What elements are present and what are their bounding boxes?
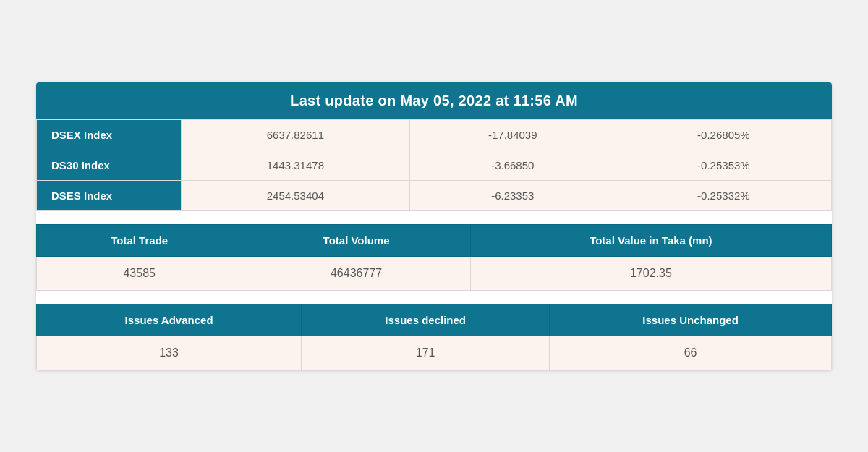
index-row: DSEX Index 6637.82611 -17.84039 -0.26805… — [37, 119, 832, 150]
issues-col2-value: 171 — [302, 336, 550, 370]
index-value-2: 2454.53404 — [182, 180, 410, 210]
issues-table: Issues Advanced Issues declined Issues U… — [36, 304, 832, 370]
stats-section: Total Trade Total Volume Total Value in … — [36, 224, 832, 291]
stats-col2-header: Total Volume — [242, 224, 470, 256]
index-value-1: 1443.31478 — [182, 150, 410, 180]
index-row: DS30 Index 1443.31478 -3.66850 -0.25353% — [37, 150, 832, 180]
stats-col3-header: Total Value in Taka (mn) — [470, 224, 831, 256]
index-label-2: DSES Index — [37, 180, 182, 210]
index-percent-2: -0.25332% — [616, 180, 831, 210]
stats-col1-value: 43585 — [37, 256, 242, 290]
issues-col2-header: Issues declined — [302, 304, 550, 336]
index-table: DSEX Index 6637.82611 -17.84039 -0.26805… — [36, 119, 832, 211]
stats-table: Total Trade Total Volume Total Value in … — [36, 224, 832, 291]
index-change-2: -6.23353 — [409, 180, 616, 210]
index-percent-1: -0.25353% — [616, 150, 831, 180]
index-row: DSES Index 2454.53404 -6.23353 -0.25332% — [37, 180, 832, 210]
index-percent-0: -0.26805% — [616, 119, 831, 150]
stats-col1-header: Total Trade — [37, 224, 242, 256]
index-label-0: DSEX Index — [37, 119, 182, 150]
index-change-1: -3.66850 — [409, 150, 616, 180]
issues-col3-value: 66 — [550, 336, 832, 370]
issues-section: Issues Advanced Issues declined Issues U… — [36, 304, 832, 370]
page-header: Last update on May 05, 2022 at 11:56 AM — [36, 82, 832, 119]
index-change-0: -17.84039 — [409, 119, 616, 150]
issues-col1-value: 133 — [37, 336, 302, 370]
header-title: Last update on May 05, 2022 at 11:56 AM — [290, 93, 578, 108]
issues-col3-header: Issues Unchanged — [550, 304, 832, 336]
stats-col3-value: 1702.35 — [470, 256, 831, 290]
index-value-0: 6637.82611 — [182, 119, 410, 150]
stats-col2-value: 46436777 — [242, 256, 470, 290]
index-label-1: DS30 Index — [37, 150, 182, 180]
issues-col1-header: Issues Advanced — [37, 304, 302, 336]
main-widget: Last update on May 05, 2022 at 11:56 AM … — [36, 82, 832, 370]
